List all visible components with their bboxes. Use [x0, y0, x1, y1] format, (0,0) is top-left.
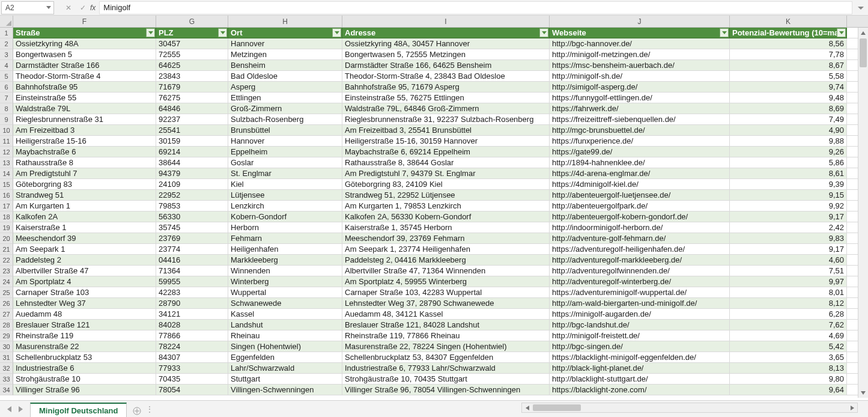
- cell[interactable]: Auedamm 48, 34121 Kassel: [342, 309, 550, 320]
- cell[interactable]: Rathausstraße 8: [13, 157, 156, 168]
- row-header[interactable]: 22: [0, 255, 13, 266]
- cell[interactable]: Winterberg: [228, 276, 342, 287]
- cell[interactable]: http://abenteuergolfpark.de/: [550, 201, 730, 212]
- add-sheet-icon[interactable]: [129, 404, 145, 418]
- cell[interactable]: 04416: [156, 255, 228, 266]
- row-header[interactable]: 30: [0, 341, 13, 352]
- cell[interactable]: Breslauer Straße 121, 84028 Landshut: [342, 320, 550, 330]
- cell[interactable]: Wuppertal: [228, 287, 342, 298]
- cell[interactable]: 38644: [156, 157, 228, 168]
- cell[interactable]: Strohgäustraße 10, 70435 Stuttgart: [342, 374, 550, 385]
- cell[interactable]: Ossietzkyring 48A, 30457 Hannover: [342, 38, 550, 49]
- row-header[interactable]: 16: [0, 190, 13, 201]
- cell[interactable]: Meeschendorf 39: [13, 233, 156, 244]
- row-header[interactable]: 34: [0, 385, 13, 395]
- expand-formula-icon[interactable]: [855, 1, 867, 14]
- row-header[interactable]: 15: [0, 179, 13, 190]
- filter-icon[interactable]: [720, 28, 729, 37]
- cell[interactable]: Lütjensee: [228, 190, 342, 201]
- cell[interactable]: Kaiserstraße 1, 35745 Herborn: [342, 222, 550, 233]
- row-header[interactable]: 8: [0, 103, 13, 114]
- cell[interactable]: http://bgc-hannover.de/: [550, 38, 730, 49]
- cell[interactable]: 25541: [156, 125, 228, 136]
- cell[interactable]: https://minigolf-augarden.de/: [550, 309, 730, 320]
- cell[interactable]: https://funnygolf-ettlingen.de/: [550, 93, 730, 103]
- cell[interactable]: http://1894-hahnenklee.de/: [550, 157, 730, 168]
- row-header[interactable]: 13: [0, 157, 13, 168]
- cell[interactable]: 77866: [156, 330, 228, 341]
- cell[interactable]: Ossietzkyring 48A: [13, 38, 156, 49]
- cell[interactable]: Herborn: [228, 222, 342, 233]
- row-header[interactable]: 26: [0, 298, 13, 309]
- row-header[interactable]: 7: [0, 93, 13, 103]
- cell[interactable]: 8,01: [730, 287, 847, 298]
- header-bewertung[interactable]: Potenzial-Bewertung (10=max): [730, 28, 847, 38]
- scroll-down-icon[interactable]: [858, 388, 868, 398]
- cell[interactable]: 84307: [156, 352, 228, 363]
- cell[interactable]: St. Englmar: [228, 168, 342, 179]
- row-header[interactable]: 6: [0, 82, 13, 93]
- cell[interactable]: 9,26: [730, 147, 847, 157]
- cell[interactable]: 84028: [156, 320, 228, 330]
- cell[interactable]: Strohgäustraße 10: [13, 374, 156, 385]
- tab-split-handle[interactable]: ⋮: [145, 405, 154, 413]
- row-header[interactable]: 2: [0, 38, 13, 49]
- cell[interactable]: 72555: [156, 49, 228, 60]
- cell[interactable]: Bensheim: [228, 60, 342, 71]
- cell[interactable]: Winnenden: [228, 266, 342, 276]
- cell[interactable]: Theodor-Storm-Straße 4: [13, 71, 156, 82]
- cell[interactable]: Bahnhofstraße 95, 71679 Asperg: [342, 82, 550, 93]
- cell[interactable]: 94379: [156, 168, 228, 179]
- cell[interactable]: 4,90: [730, 125, 847, 136]
- row-header[interactable]: 21: [0, 244, 13, 255]
- cell[interactable]: Brunsbüttel: [228, 125, 342, 136]
- cell[interactable]: Bahnhofstraße 95: [13, 82, 156, 93]
- cell[interactable]: Eggenfelden: [228, 352, 342, 363]
- cell[interactable]: Strandweg 51: [13, 190, 156, 201]
- cell[interactable]: Kassel: [228, 309, 342, 320]
- cell[interactable]: https://funxperience.de/: [550, 136, 730, 147]
- scroll-up-icon[interactable]: [858, 28, 868, 38]
- cell[interactable]: 64625: [156, 60, 228, 71]
- cell[interactable]: 64846: [156, 103, 228, 114]
- cell[interactable]: Am Predigtstuhl 7: [13, 168, 156, 179]
- cell[interactable]: 9,17: [730, 244, 847, 255]
- cell[interactable]: https://adventuregolf-heiligenhafen.de/: [550, 244, 730, 255]
- cell[interactable]: Carnaper Straße 103: [13, 287, 156, 298]
- cell[interactable]: 59955: [156, 276, 228, 287]
- cell[interactable]: Metzingen: [228, 49, 342, 60]
- cell[interactable]: http://simigolf-asperg.de/: [550, 82, 730, 93]
- cell[interactable]: 9,97: [730, 276, 847, 287]
- cell[interactable]: 8,56: [730, 38, 847, 49]
- cell[interactable]: http://indoorminigolf-herborn.de/: [550, 222, 730, 233]
- cell[interactable]: Am Seepark 1, 23774 Heiligenhafen: [342, 244, 550, 255]
- header-strasse[interactable]: Straße: [13, 28, 156, 38]
- cell[interactable]: http://abenteuergolf-kobern-gondorf.de/: [550, 212, 730, 222]
- cell[interactable]: Lehnstedter Weg 37: [13, 298, 156, 309]
- cell[interactable]: Am Seepark 1: [13, 244, 156, 255]
- filter-icon[interactable]: [539, 28, 548, 37]
- cell[interactable]: Auedamm 48: [13, 309, 156, 320]
- cell[interactable]: https://blacklight-minigolf-eggenfelden.…: [550, 352, 730, 363]
- cell[interactable]: Rathausstraße 8, 38644 Goslar: [342, 157, 550, 168]
- cell[interactable]: Landshut: [228, 320, 342, 330]
- column-header-G[interactable]: G: [156, 16, 228, 27]
- cell[interactable]: http://bgc-singen.de/: [550, 341, 730, 352]
- cell[interactable]: https://freizeittreff-siebenquellen.de/: [550, 114, 730, 125]
- cell[interactable]: Ettlingen: [228, 93, 342, 103]
- cell[interactable]: 3,65: [730, 352, 847, 363]
- cell[interactable]: Masurenstraße 22, 78224 Singen (Hohentwi…: [342, 341, 550, 352]
- select-all-corner[interactable]: [0, 16, 13, 27]
- dropdown-icon[interactable]: [45, 4, 52, 12]
- cell[interactable]: 79853: [156, 201, 228, 212]
- tab-next-icon[interactable]: [16, 404, 26, 415]
- cell[interactable]: Markkleeberg: [228, 255, 342, 266]
- column-header-F[interactable]: F: [13, 16, 156, 27]
- cell[interactable]: Theodor-Storm-Straße 4, 23843 Bad Oldesl…: [342, 71, 550, 82]
- cell[interactable]: Darmstädter Straße 166: [13, 60, 156, 71]
- cell[interactable]: 5,42: [730, 341, 847, 352]
- cell[interactable]: Kalkofen 2A: [13, 212, 156, 222]
- horizontal-scrollbar[interactable]: [521, 403, 858, 413]
- cell[interactable]: 2,42: [730, 222, 847, 233]
- header-adresse[interactable]: Adresse: [342, 28, 550, 38]
